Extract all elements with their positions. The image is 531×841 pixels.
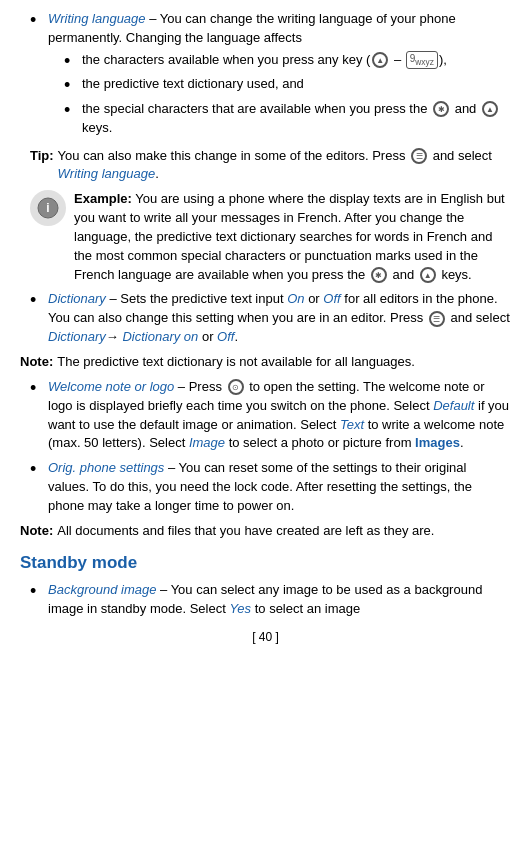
- on-text: On: [287, 291, 304, 306]
- sub-item-3: • the special characters that are availa…: [64, 100, 511, 138]
- dictionary-on-link: Dictionary on: [122, 329, 198, 344]
- svg-text:i: i: [46, 201, 49, 215]
- image-link: Image: [189, 435, 225, 450]
- note-text-1: The predictive text dictionary is not av…: [57, 353, 415, 372]
- shift-icon-2: ▲: [420, 267, 436, 283]
- orig-settings-content: Orig. phone settings – You can reset som…: [48, 459, 511, 516]
- writing-language-item: • Writing language – You can change the …: [20, 10, 511, 284]
- note-text-2: All documents and files that you have cr…: [57, 522, 434, 541]
- example-content: Example: You are using a phone where the…: [74, 190, 511, 284]
- note-predictive: Note: The predictive text dictionary is …: [20, 353, 511, 372]
- sub-item-1-content: the characters available when you press …: [82, 51, 511, 73]
- sub-item-2: • the predictive text dictionary used, a…: [64, 75, 511, 97]
- off-link: Off: [217, 329, 234, 344]
- menu-icon-tip: ☰: [411, 148, 427, 164]
- writing-language-label: Writing language: [48, 11, 146, 26]
- off-text: Off: [323, 291, 340, 306]
- default-link: Default: [433, 398, 474, 413]
- sub-item-2-content: the predictive text dictionary used, and: [82, 75, 511, 97]
- tip-section: Tip: You can also make this change in so…: [30, 147, 511, 185]
- tip-label: Tip:: [30, 147, 54, 166]
- welcome-note-label: Welcome note or logo: [48, 379, 174, 394]
- settings-circle-icon: ⊙: [228, 379, 244, 395]
- welcome-note-content: Welcome note or logo – Press ⊙ to open t…: [48, 378, 511, 453]
- standby-mode-heading: Standby mode: [20, 551, 511, 576]
- background-image-content: Background image – You can select any im…: [48, 581, 511, 619]
- example-label: Example:: [74, 191, 132, 206]
- bullet-dot-4: •: [30, 459, 44, 516]
- special-char-icon-2: ✱: [371, 267, 387, 283]
- text-link: Text: [340, 417, 364, 432]
- sub-item-3-content: the special characters that are availabl…: [82, 100, 511, 138]
- background-image-label: Background image: [48, 582, 156, 597]
- sub-item-1: • the characters available when you pres…: [64, 51, 511, 73]
- note-label-2: Note:: [20, 522, 53, 541]
- orig-settings-label: Orig. phone settings: [48, 460, 164, 475]
- tip-writing-language-link: Writing language: [58, 166, 156, 181]
- note-all-docs: Note: All documents and files that you h…: [20, 522, 511, 541]
- dictionary-label: Dictionary: [48, 291, 106, 306]
- sub-bullet-dot-2: •: [64, 75, 78, 97]
- background-image-item: • Background image – You can select any …: [20, 581, 511, 619]
- tip-text: You can also make this change in some of…: [58, 147, 511, 185]
- example-section: i Example: You are using a phone where t…: [30, 190, 511, 284]
- note-label-1: Note:: [20, 353, 53, 372]
- sub-bullet-dot-3: •: [64, 100, 78, 138]
- menu-icon-dict: ☰: [429, 311, 445, 327]
- writing-language-content: Writing language – You can change the wr…: [48, 10, 511, 141]
- sub-bullet-dot-1: •: [64, 51, 78, 73]
- example-icon: i: [30, 190, 66, 226]
- key-icon-9: 9wxyz: [406, 51, 438, 69]
- bullet-dot-2: •: [30, 290, 44, 347]
- special-char-icon: ✱: [433, 101, 449, 117]
- bullet-dot: •: [30, 10, 44, 141]
- bullet-dot-5: •: [30, 581, 44, 619]
- dictionary-link: Dictionary: [48, 329, 106, 344]
- page-number: [ 40 ]: [20, 629, 511, 646]
- info-icon-svg: i: [37, 197, 59, 219]
- yes-link: Yes: [229, 601, 251, 616]
- key-icon-a: ▲: [372, 52, 388, 68]
- images-link: Images: [415, 435, 460, 450]
- orig-settings-item: • Orig. phone settings – You can reset s…: [20, 459, 511, 516]
- dictionary-item: • Dictionary – Sets the predictive text …: [20, 290, 511, 347]
- bullet-dot-3: •: [30, 378, 44, 453]
- welcome-note-item: • Welcome note or logo – Press ⊙ to open…: [20, 378, 511, 453]
- dictionary-content: Dictionary – Sets the predictive text in…: [48, 290, 511, 347]
- shift-icon: ▲: [482, 101, 498, 117]
